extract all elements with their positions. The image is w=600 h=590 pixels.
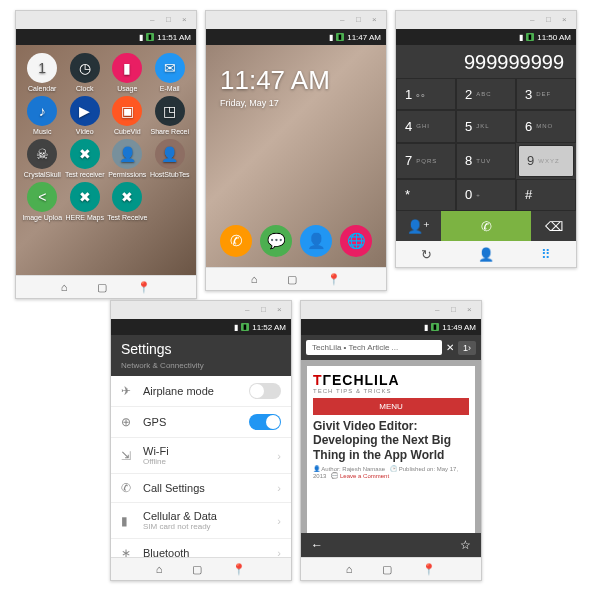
statusbar: ▮▮11:50 AM bbox=[396, 29, 576, 45]
app-crystalskull[interactable]: ☠CrystalSkull bbox=[22, 139, 63, 178]
signal-icon: ▮ bbox=[424, 323, 428, 332]
signal-icon: ▮ bbox=[234, 323, 238, 332]
app-video[interactable]: ▶Video bbox=[65, 96, 106, 135]
pin-icon[interactable]: 📍 bbox=[137, 281, 151, 294]
app-usage[interactable]: ▮Usage bbox=[107, 53, 148, 92]
app-icon[interactable]: ▢ bbox=[192, 563, 202, 576]
app-here[interactable]: ✖HERE Maps bbox=[65, 182, 106, 221]
setting-wi-fi[interactable]: ⇲Wi-FiOffline› bbox=[111, 438, 291, 474]
backspace-button[interactable]: ⌫ bbox=[531, 211, 576, 241]
app-icon[interactable]: ▢ bbox=[382, 563, 392, 576]
tab-recents[interactable]: ↻ bbox=[396, 241, 456, 267]
home-icon[interactable]: ⌂ bbox=[251, 273, 258, 285]
app-image[interactable]: <Image Uploa bbox=[22, 182, 63, 221]
max-icon[interactable]: □ bbox=[546, 15, 556, 25]
statusbar: ▮▮11:47 AM bbox=[206, 29, 386, 45]
window-browser: –□× ▮▮11:49 AM TechLila • Tech Article .… bbox=[300, 300, 482, 581]
toggle[interactable] bbox=[249, 383, 281, 399]
close-icon[interactable]: × bbox=[562, 15, 572, 25]
app-calendar[interactable]: 1Calendar bbox=[22, 53, 63, 92]
key-9[interactable]: 9WXYZ bbox=[518, 145, 574, 177]
dock-icon[interactable]: 🌐 bbox=[340, 225, 372, 257]
bookmark-icon[interactable]: ☆ bbox=[460, 538, 471, 552]
key-0[interactable]: 0+ bbox=[456, 179, 516, 211]
max-icon[interactable]: □ bbox=[451, 305, 461, 315]
status-time: 11:47 AM bbox=[347, 33, 381, 42]
add-contact-button[interactable]: 👤⁺ bbox=[396, 211, 441, 241]
setting-cellular-data[interactable]: ▮Cellular & DataSIM card not ready› bbox=[111, 503, 291, 539]
app-share[interactable]: ◳Share Recei bbox=[150, 96, 191, 135]
close-icon[interactable]: × bbox=[277, 305, 287, 315]
key-7[interactable]: 7PQRS bbox=[396, 143, 456, 179]
app-clock[interactable]: ◷Clock bbox=[65, 53, 106, 92]
statusbar: ▮▮11:52 AM bbox=[111, 319, 291, 335]
setting-bluetooth[interactable]: ∗Bluetooth› bbox=[111, 539, 291, 557]
app-icon[interactable]: ▢ bbox=[97, 281, 107, 294]
tab-keypad[interactable]: ⠿ bbox=[516, 241, 576, 267]
app-permissions[interactable]: 👤Permissions bbox=[107, 139, 148, 178]
clock-time: 11:47 AM bbox=[220, 65, 386, 96]
app-test[interactable]: ✖Test receiver bbox=[65, 139, 106, 178]
min-icon[interactable]: – bbox=[150, 15, 160, 25]
site-tagline: TECH TIPS & TRICKS bbox=[313, 388, 469, 394]
pin-icon[interactable]: 📍 bbox=[327, 273, 341, 286]
url-input[interactable]: TechLila • Tech Article ... bbox=[306, 340, 442, 355]
article-title[interactable]: Givit Video Editor: Developing the Next … bbox=[313, 419, 469, 462]
key-*[interactable]: * bbox=[396, 179, 456, 211]
navbar: ⌂▢📍 bbox=[301, 557, 481, 580]
key-#[interactable]: # bbox=[516, 179, 576, 211]
tab-count[interactable]: 1› bbox=[458, 341, 476, 355]
toggle[interactable] bbox=[249, 414, 281, 430]
call-button[interactable]: ✆ bbox=[441, 211, 531, 241]
key-2[interactable]: 2ABC bbox=[456, 78, 516, 110]
pin-icon[interactable]: 📍 bbox=[232, 563, 246, 576]
key-3[interactable]: 3DEF bbox=[516, 78, 576, 110]
app-music[interactable]: ♪Music bbox=[22, 96, 63, 135]
min-icon[interactable]: – bbox=[530, 15, 540, 25]
dock-icon[interactable]: ✆ bbox=[220, 225, 252, 257]
navbar: ⌂▢📍 bbox=[16, 275, 196, 298]
dock-icon[interactable]: 👤 bbox=[300, 225, 332, 257]
key-4[interactable]: 4GHI bbox=[396, 110, 456, 142]
max-icon[interactable]: □ bbox=[356, 15, 366, 25]
battery-icon: ▮ bbox=[336, 33, 344, 41]
settings-section: Network & Connectivity bbox=[111, 361, 291, 376]
close-icon[interactable]: × bbox=[372, 15, 382, 25]
status-time: 11:52 AM bbox=[252, 323, 286, 332]
app-hoststubtes[interactable]: 👤HostStubTes bbox=[150, 139, 191, 178]
setting-gps[interactable]: ⊕GPS bbox=[111, 407, 291, 438]
app-icon[interactable]: ▢ bbox=[287, 273, 297, 286]
max-icon[interactable]: □ bbox=[166, 15, 176, 25]
app-e-mail[interactable]: ✉E-Mail bbox=[150, 53, 191, 92]
close-icon[interactable]: × bbox=[467, 305, 477, 315]
navbar: ⌂▢📍 bbox=[111, 557, 291, 580]
key-8[interactable]: 8TUV bbox=[456, 143, 516, 179]
setting-airplane-mode[interactable]: ✈Airplane mode bbox=[111, 376, 291, 407]
stop-icon[interactable]: ✕ bbox=[446, 342, 454, 353]
close-icon[interactable]: × bbox=[182, 15, 192, 25]
status-time: 11:49 AM bbox=[442, 323, 476, 332]
battery-icon: ▮ bbox=[241, 323, 249, 331]
pin-icon[interactable]: 📍 bbox=[422, 563, 436, 576]
signal-icon: ▮ bbox=[139, 33, 143, 42]
dock-icon[interactable]: 💬 bbox=[260, 225, 292, 257]
clock-date: Friday, May 17 bbox=[220, 98, 386, 108]
setting-call-settings[interactable]: ✆Call Settings› bbox=[111, 474, 291, 503]
app-test[interactable]: ✖Test Receive bbox=[107, 182, 148, 221]
min-icon[interactable]: – bbox=[435, 305, 445, 315]
menu-button[interactable]: MENU bbox=[313, 398, 469, 415]
page-viewport: TΓECHLILA TECH TIPS & TRICKS MENU Givit … bbox=[301, 360, 481, 533]
tab-contacts[interactable]: 👤 bbox=[456, 241, 516, 267]
key-5[interactable]: 5JKL bbox=[456, 110, 516, 142]
signal-icon: ▮ bbox=[329, 33, 333, 42]
min-icon[interactable]: – bbox=[245, 305, 255, 315]
home-icon[interactable]: ⌂ bbox=[61, 281, 68, 293]
back-icon[interactable]: ← bbox=[311, 538, 323, 552]
min-icon[interactable]: – bbox=[340, 15, 350, 25]
home-icon[interactable]: ⌂ bbox=[346, 563, 353, 575]
max-icon[interactable]: □ bbox=[261, 305, 271, 315]
key-6[interactable]: 6MNO bbox=[516, 110, 576, 142]
app-cubevid[interactable]: ▣CubeVid bbox=[107, 96, 148, 135]
key-1[interactable]: 1ᴏᴏ bbox=[396, 78, 456, 110]
home-icon[interactable]: ⌂ bbox=[156, 563, 163, 575]
